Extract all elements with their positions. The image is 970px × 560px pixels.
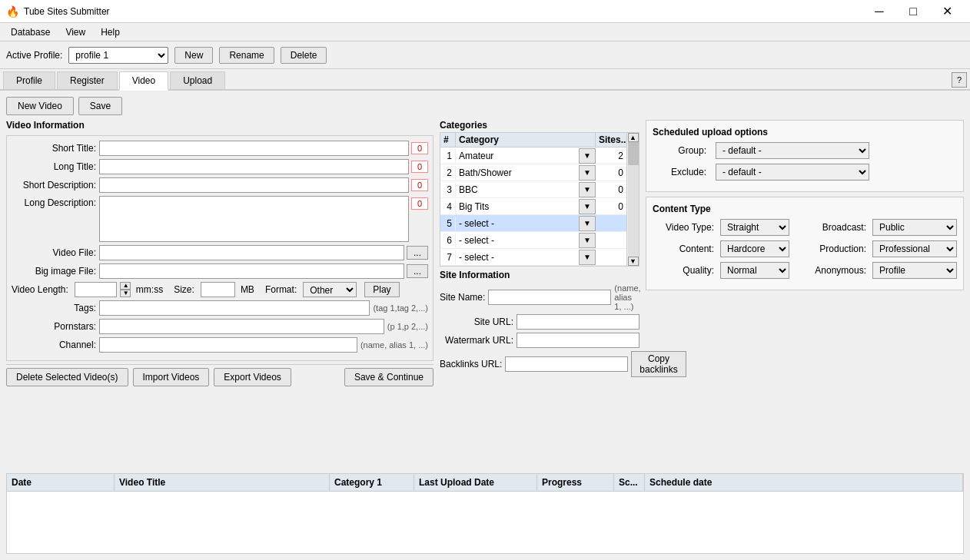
channel-label: Channel: (12, 340, 96, 350)
site-url-row: Site URL: (440, 314, 639, 330)
cat-scroll-down[interactable]: ▼ (628, 257, 639, 266)
import-videos-button[interactable]: Import Videos (133, 368, 210, 386)
group-label: Group: (653, 145, 706, 156)
video-type-select[interactable]: Straight Hardcore Normal (720, 219, 789, 236)
th-sc: Sc... (614, 474, 645, 491)
close-button[interactable]: ✕ (930, 0, 964, 23)
pornstars-input[interactable] (99, 319, 384, 334)
video-file-browse-button[interactable]: ... (407, 246, 428, 260)
cat-num-2: 2 (440, 166, 456, 180)
cat-dd-7[interactable]: ▼ (579, 250, 596, 265)
cat-dd-4[interactable]: ▼ (579, 199, 596, 214)
backlinks-url-row: Backlinks URL: Copy backlinks (440, 351, 639, 377)
length-spinner[interactable]: ▲ ▼ (120, 282, 131, 297)
content-type-box: Content Type Video Type: Straight Hardco… (646, 197, 964, 290)
big-image-input[interactable] (99, 263, 404, 279)
cat-name-5: - select - (456, 217, 579, 230)
site-url-input[interactable] (517, 314, 639, 330)
short-title-input[interactable] (99, 141, 409, 156)
group-select[interactable]: - default - (716, 142, 869, 159)
cat-row-7[interactable]: 7 - select - ▼ (440, 249, 626, 266)
cat-row-3[interactable]: 3 BBC ▼ 0 (440, 181, 626, 198)
categories-title: Categories (440, 120, 639, 131)
cat-name-6: - select - (456, 234, 579, 247)
backlinks-url-input[interactable] (505, 356, 628, 372)
cat-name-7: - select - (456, 250, 579, 264)
cat-scroll-up[interactable]: ▲ (628, 133, 639, 142)
quality-select[interactable]: Normal HD Full HD (720, 262, 789, 279)
save-continue-button[interactable]: Save & Continue (344, 368, 434, 386)
long-title-input[interactable] (99, 159, 409, 174)
long-desc-counter: 0 (411, 197, 428, 210)
long-title-counter: 0 (411, 161, 428, 173)
cat-sites-4: 0 (596, 200, 626, 214)
long-title-row: Long Title: 0 (12, 159, 428, 174)
cat-row-2[interactable]: 2 Bath/Shower ▼ 0 (440, 164, 626, 181)
help-button[interactable]: ? (952, 72, 967, 88)
profile-select[interactable]: profile 1 (68, 47, 168, 64)
tab-profile[interactable]: Profile (3, 71, 55, 89)
cat-num-6: 6 (440, 234, 456, 247)
watermark-url-input[interactable] (517, 333, 639, 348)
menu-view[interactable]: View (58, 25, 93, 39)
pornstars-label: Pornstars: (12, 321, 96, 332)
cat-row-1[interactable]: 1 Amateur ▼ 2 (440, 147, 626, 164)
cat-row-6[interactable]: 6 - select - ▼ (440, 232, 626, 249)
production-label: Production: (805, 244, 866, 254)
tab-video[interactable]: Video (119, 71, 168, 91)
menu-help[interactable]: Help (93, 25, 128, 39)
content-area: Video Information Short Title: 0 Long Ti… (6, 120, 964, 469)
site-name-input[interactable] (488, 290, 611, 305)
save-button[interactable]: Save (78, 97, 122, 115)
cat-header-category: Category (456, 133, 596, 147)
cat-dd-2[interactable]: ▼ (579, 165, 596, 181)
tags-input[interactable] (99, 300, 370, 316)
tab-upload[interactable]: Upload (170, 71, 225, 89)
short-desc-input[interactable] (99, 177, 409, 193)
content-select[interactable]: Hardcore Softcore Solo (720, 240, 789, 257)
tags-hint: (tag 1,tag 2,...) (373, 303, 428, 313)
delete-selected-button[interactable]: Delete Selected Video(s) (6, 368, 128, 386)
tab-register[interactable]: Register (57, 71, 118, 89)
maximize-button[interactable]: □ (896, 0, 930, 23)
length-up-button[interactable]: ▲ (120, 282, 131, 290)
rename-profile-button[interactable]: Rename (219, 47, 274, 64)
left-panel: Video Information Short Title: 0 Long Ti… (6, 120, 434, 469)
format-select[interactable]: Other MP4 WMV FLV AVI (303, 282, 357, 297)
table-header: Date Video Title Category 1 Last Upload … (7, 474, 963, 492)
export-videos-button[interactable]: Export Videos (214, 368, 291, 386)
big-image-browse-button[interactable]: ... (407, 264, 428, 278)
play-button[interactable]: Play (364, 282, 399, 297)
cat-dd-5[interactable]: ▼ (579, 216, 596, 231)
channel-hint: (name, alias 1, ...) (360, 340, 428, 350)
cat-dd-1[interactable]: ▼ (579, 148, 596, 164)
backlinks-url-label: Backlinks URL: (440, 359, 502, 369)
exclude-select[interactable]: - default - (716, 164, 869, 181)
cat-dd-3[interactable]: ▼ (579, 182, 596, 197)
size-label: Size: (174, 284, 194, 295)
channel-input[interactable] (99, 337, 357, 353)
anonymous-select[interactable]: Profile Yes No (872, 262, 957, 279)
th-title: Video Title (115, 474, 330, 491)
short-desc-label: Short Description: (12, 180, 96, 191)
new-video-button[interactable]: New Video (6, 97, 74, 115)
long-desc-textarea[interactable] (99, 196, 409, 242)
short-title-counter: 0 (411, 142, 428, 154)
cat-scrollbar[interactable]: ▲ ▼ (626, 133, 639, 266)
video-file-input[interactable] (99, 245, 404, 260)
length-input[interactable]: 00:00 (75, 282, 117, 297)
cat-row-5[interactable]: 5 - select - ▼ (440, 215, 626, 232)
cat-row-4[interactable]: 4 Big Tits ▼ 0 (440, 198, 626, 215)
th-cat: Category 1 (330, 474, 414, 491)
cat-name-3: BBC (456, 183, 579, 197)
length-down-button[interactable]: ▼ (120, 290, 131, 297)
cat-dd-6[interactable]: ▼ (579, 233, 596, 248)
minimize-button[interactable]: ─ (862, 0, 896, 23)
titlebar: 🔥 Tube Sites Submitter ─ □ ✕ (0, 0, 970, 23)
size-input[interactable]: 0 (201, 282, 235, 297)
broadcast-select[interactable]: Public Private (872, 219, 957, 236)
new-profile-button[interactable]: New (174, 47, 213, 64)
production-select[interactable]: Professional Amateur (872, 240, 957, 257)
delete-profile-button[interactable]: Delete (281, 47, 327, 64)
menu-database[interactable]: Database (3, 25, 58, 39)
